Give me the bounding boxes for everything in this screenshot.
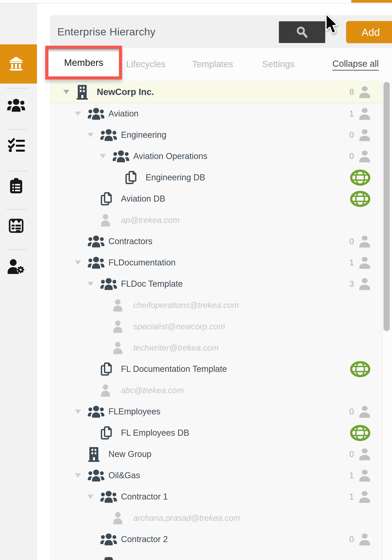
sidebar-item-user-settings[interactable] (0, 253, 37, 280)
tree-row[interactable]: specialist@newcorp.com (50, 316, 382, 337)
member-count: 0 (349, 152, 354, 161)
tab-lifecycles[interactable]: Lifecycles (126, 59, 166, 69)
tab-templates[interactable]: Templates (192, 59, 233, 69)
company-icon (76, 84, 97, 100)
sidebar-divider (6, 171, 28, 171)
tree-row[interactable]: abc@trekea.com (50, 380, 382, 401)
users-icon (7, 99, 25, 112)
tree-row[interactable]: FL Documentation Template (50, 358, 382, 380)
tab-settings[interactable]: Settings (262, 59, 295, 69)
tree-row-label: Aviation DB (121, 194, 165, 204)
expand-arrow-icon[interactable] (75, 111, 81, 116)
member-count: 1 (349, 492, 354, 501)
group-icon (100, 129, 121, 141)
top-orange-button-fragment[interactable] (351, 0, 392, 3)
tree-row[interactable]: cheifoperations@trekea.com (50, 295, 382, 316)
group-icon (88, 470, 108, 482)
tree-row-label: FL Documentation Template (121, 364, 227, 374)
tree-row[interactable]: Aviation Operations0 (50, 146, 382, 167)
person-count-icon (358, 491, 371, 503)
group-icon (100, 533, 121, 545)
tree-row[interactable]: FL Employees DB (50, 422, 382, 443)
member-count: 0 (349, 407, 354, 416)
sidebar-divider (6, 209, 28, 210)
group-icon (100, 278, 121, 290)
member-count: 8 (349, 87, 354, 97)
person-count-icon (358, 406, 371, 418)
sidebar-divider (6, 249, 28, 250)
group-icon (88, 108, 108, 120)
person-count-icon (358, 470, 371, 482)
tree-row[interactable]: Contractor 20 (50, 529, 382, 550)
sidebar-item-bank[interactable] (0, 50, 37, 77)
clipboard-icon (10, 178, 23, 194)
tree-row[interactable]: Contractors0 (50, 231, 382, 252)
scrollbar-thumb[interactable] (383, 82, 390, 331)
tree-row[interactable]: ap@trekea.com (50, 210, 382, 231)
user-icon (113, 320, 133, 333)
sidebar (0, 3, 37, 560)
expand-arrow-icon[interactable] (100, 154, 106, 158)
document-icon (100, 362, 121, 376)
document-icon (125, 171, 146, 185)
user-icon (113, 512, 133, 524)
sidebar-item-checklist[interactable] (0, 132, 37, 159)
person-count-icon (358, 86, 371, 98)
tree-row[interactable]: FLDocumentation1 (50, 252, 382, 273)
expand-arrow-icon[interactable] (75, 410, 81, 414)
member-count: 0 (349, 237, 354, 246)
tree-row-label: Contractor 1 (121, 492, 168, 501)
group-icon (88, 235, 108, 248)
tree-row[interactable]: Oil&Gas1 (50, 465, 382, 486)
tree-row-label: Engineering DB (146, 173, 205, 182)
tree-row[interactable]: Engineering0 (50, 124, 382, 146)
expand-arrow-icon[interactable] (87, 495, 94, 499)
tree-row-label: ap@trekea.com (121, 216, 180, 225)
tree-row[interactable]: FLEmployees0 (50, 401, 382, 422)
add-button[interactable]: Add (346, 21, 392, 43)
add-button-label: Add (362, 26, 380, 38)
person-count-icon (358, 129, 371, 141)
tab-members-label: Members (64, 57, 103, 68)
tree-row-label: specialist@newcorp.com (133, 322, 225, 331)
tab-members[interactable]: Members (48, 49, 119, 76)
member-count: 1 (349, 109, 354, 119)
mouse-cursor-icon (325, 13, 341, 36)
tree-row[interactable]: NewCorp Inc.8 (50, 81, 382, 103)
tree-row[interactable]: Engineering DB (50, 167, 382, 188)
hierarchy-tree: NewCorp Inc.8Aviation1Engineering0Aviati… (50, 81, 392, 560)
tree-row[interactable]: Contractor 11 (50, 486, 382, 507)
expand-arrow-icon[interactable] (63, 90, 70, 94)
sidebar-item-users[interactable] (0, 92, 37, 119)
tree-row[interactable]: Aviation1 (50, 103, 382, 124)
expand-arrow-icon[interactable] (75, 260, 81, 265)
user-settings-icon (7, 259, 25, 274)
user-icon (113, 342, 133, 354)
tree-row[interactable]: techwriter@trekea.com (50, 337, 382, 358)
member-count: 3 (349, 279, 354, 289)
member-count: 0 (349, 450, 354, 459)
sidebar-item-news[interactable] (0, 212, 37, 239)
group-icon (100, 491, 121, 503)
bank-icon (8, 56, 24, 71)
page-title: Enterprise Hierarchy (57, 26, 155, 38)
tree-row[interactable]: FLDoc Template3 (50, 273, 382, 295)
enterprise-hierarchy-panel: Enterprise Hierarchy Add Lifecycles Temp… (50, 15, 392, 560)
checklist-icon (7, 138, 25, 152)
member-count: 1 (349, 258, 354, 268)
tree-row-label: abc@trekea.com (121, 386, 184, 395)
member-count: 0 (349, 130, 354, 140)
sidebar-item-clipboard[interactable] (0, 172, 37, 199)
expand-arrow-icon[interactable] (87, 282, 94, 286)
collapse-all-link[interactable]: Collapse all (332, 59, 379, 70)
sidebar-divider (6, 129, 28, 130)
tree-row[interactable]: archana.prasad@trekea.com (50, 507, 382, 529)
search-button[interactable] (279, 21, 325, 43)
tree-row[interactable]: New Group0 (50, 443, 382, 465)
partial-row-icon (104, 557, 113, 560)
tree-row-label: FL Employees DB (121, 428, 189, 438)
expand-arrow-icon[interactable] (75, 473, 81, 478)
tree-row[interactable]: Aviation DB (50, 188, 382, 210)
search-icon (296, 26, 308, 39)
expand-arrow-icon[interactable] (87, 133, 94, 137)
